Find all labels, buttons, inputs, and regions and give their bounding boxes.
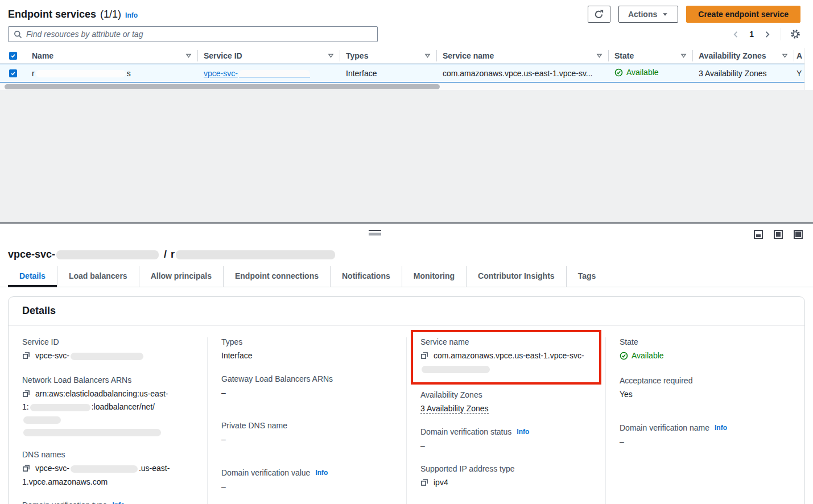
actions-button[interactable]: Actions (618, 6, 678, 23)
split-panel-drag-handle[interactable] (369, 230, 381, 236)
copy-icon[interactable] (22, 351, 30, 363)
sort-icon[interactable] (185, 52, 192, 59)
column-header-types[interactable]: Types (340, 50, 437, 61)
row-name-suffix: s (127, 69, 131, 78)
next-page-icon[interactable] (763, 30, 771, 39)
info-link[interactable]: Info (517, 428, 529, 436)
field-domain-verification-status: Domain verification status Info – (420, 427, 592, 452)
column-label: A (797, 51, 802, 60)
tab-monitoring[interactable]: Monitoring (402, 266, 466, 287)
column-header-state[interactable]: State (609, 50, 693, 61)
prev-page-icon[interactable] (732, 30, 740, 39)
field-service-id: Service ID vpce-svc- (22, 337, 193, 363)
sort-icon[interactable] (328, 52, 334, 59)
availability-zones-popover-link[interactable]: 3 Availability Zones (420, 404, 489, 414)
field-label: Service ID (22, 337, 193, 346)
row-name-cell: rs (26, 69, 198, 78)
panel-size-large-icon[interactable] (794, 230, 803, 239)
column-header-name[interactable]: Name (26, 50, 198, 61)
select-all-checkbox[interactable] (0, 50, 26, 61)
copy-icon[interactable] (22, 389, 30, 402)
field-label: Supported IP address type (420, 464, 592, 473)
create-endpoint-service-button[interactable]: Create endpoint service (686, 6, 800, 23)
field-label: Domain verification type (22, 501, 107, 504)
tab-allow-principals[interactable]: Allow principals (139, 266, 223, 287)
field-domain-verification-name: Domain verification name Info – (620, 423, 791, 448)
table-header-row: Name Service ID Types Service name State… (0, 48, 804, 64)
tab-endpoint-connections[interactable]: Endpoint connections (223, 266, 330, 287)
details-column-1: Service ID vpce-svc- Network Load Balanc… (9, 337, 207, 504)
service-id-value-prefix: vpce-svc- (35, 351, 69, 360)
info-link[interactable]: Info (112, 501, 125, 504)
state-available-label: Available (626, 68, 659, 77)
horizontal-scrollbar-thumb[interactable] (5, 84, 440, 89)
red-annotation-box: Service name com.amazonaws.vpce.us-east-… (411, 330, 601, 385)
availability-zones-popover-link[interactable]: 3 Availability Zones (699, 69, 767, 78)
tab-details[interactable]: Details (8, 266, 57, 287)
field-supported-ip-type: Supported IP address type ipv4 (420, 464, 592, 490)
copy-icon[interactable] (420, 478, 428, 490)
table-row[interactable]: rs vpce-svc- Interface com.amazonaws.vpc… (0, 64, 804, 82)
field-label: Service name (420, 337, 592, 346)
sort-icon[interactable] (782, 52, 788, 59)
row-service-id-cell: vpce-svc- (198, 69, 340, 78)
check-circle-icon (614, 68, 623, 77)
details-card-title: Details (9, 297, 804, 326)
redacted-service-id[interactable] (239, 70, 310, 77)
panel-size-medium-icon[interactable] (774, 230, 783, 239)
field-state: State Available (620, 337, 791, 364)
current-page[interactable]: 1 (747, 30, 756, 39)
tab-notifications[interactable]: Notifications (330, 266, 402, 287)
search-input[interactable] (26, 30, 372, 39)
check-circle-icon (620, 352, 628, 360)
info-link[interactable]: Info (715, 424, 727, 432)
sort-icon[interactable] (424, 52, 431, 59)
copy-icon[interactable] (22, 464, 30, 476)
detail-pane-title: vpce-svc- / r (0, 247, 813, 266)
tab-contributor-insights[interactable]: Contributor Insights (466, 266, 566, 287)
details-card: Details Service ID vpce-svc- Network Loa… (8, 296, 805, 504)
row-acceptance-cell: Y (794, 69, 804, 78)
redacted-service-name-tail (422, 366, 490, 373)
field-acceptance-required: Acceptance required Yes (620, 376, 791, 401)
field-label: Acceptance required (620, 376, 791, 385)
page-count: (1/1) (100, 9, 121, 20)
tab-tags[interactable]: Tags (566, 266, 608, 287)
redacted-account-id (30, 404, 90, 411)
split-panel-size-controls (754, 230, 803, 239)
detail-title-separator: / (164, 249, 167, 261)
field-label: Availability Zones (420, 390, 592, 399)
refresh-button[interactable] (588, 6, 610, 23)
title-info-link[interactable]: Info (125, 11, 138, 19)
row-types-cell: Interface (340, 69, 437, 78)
row-service-name-cell: com.amazonaws.vpce.us-east-1.vpce-sv... (437, 69, 609, 78)
column-header-acceptance-partial[interactable]: A (794, 50, 804, 61)
title-wrap: Endpoint services (1/1) Info (8, 9, 138, 20)
tab-load-balancers[interactable]: Load balancers (57, 266, 139, 287)
redacted-lb-arn-tail (23, 429, 161, 436)
column-header-service-name[interactable]: Service name (437, 50, 609, 61)
panel-size-small-icon[interactable] (754, 230, 763, 239)
row-checkbox-checked[interactable] (9, 69, 17, 77)
field-label: Gateway Load Balancers ARNs (221, 374, 393, 383)
field-label: Private DNS name (221, 421, 393, 430)
sort-icon[interactable] (680, 52, 687, 59)
info-link[interactable]: Info (315, 469, 328, 477)
sort-icon[interactable] (596, 52, 602, 59)
empty-value: – (420, 440, 592, 452)
checkbox-checked-icon[interactable] (9, 52, 17, 60)
field-label: Domain verification status (420, 427, 511, 436)
field-label: DNS names (22, 450, 193, 459)
details-column-3: Service name com.amazonaws.vpce.us-east-… (406, 337, 605, 504)
copy-icon[interactable] (420, 351, 428, 363)
column-header-availability-zones[interactable]: Availability Zones (693, 50, 794, 61)
preferences-gear-icon[interactable] (790, 29, 800, 39)
dns-name-prefix: vpce-svc- (35, 464, 69, 473)
field-service-name: Service name com.amazonaws.vpce.us-east-… (420, 337, 592, 375)
redacted-dns-id (71, 465, 138, 473)
service-id-link[interactable]: vpce-svc- (204, 69, 238, 78)
horizontal-scrollbar[interactable] (0, 82, 804, 90)
empty-value: – (620, 436, 791, 448)
column-header-service-id[interactable]: Service ID (198, 50, 340, 61)
redacted-name (36, 70, 126, 77)
